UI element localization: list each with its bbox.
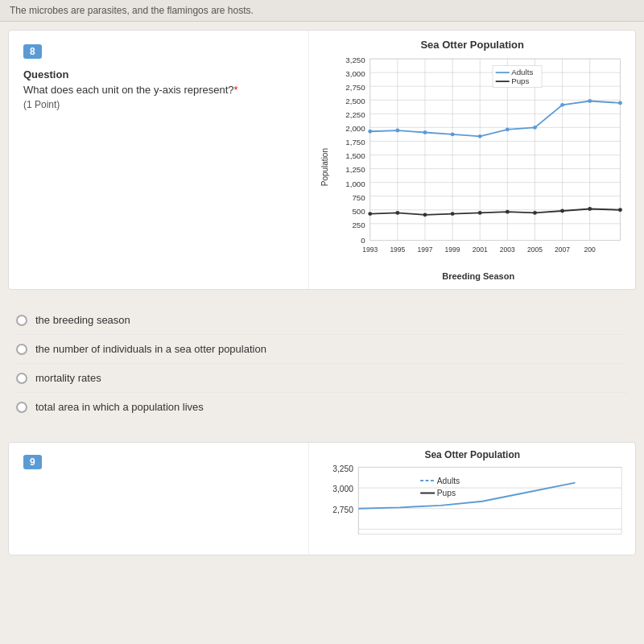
question-8-badge: 8 [23,44,42,59]
option-3-text: mortality rates [35,372,101,384]
svg-point-65 [561,209,565,213]
option-4-text: total area in which a population lives [35,401,204,413]
svg-text:2,750: 2,750 [346,83,366,92]
chart-8-area: Population [319,54,625,281]
question-8-block: 8 Question What does each unit on the y-… [8,30,636,290]
svg-point-56 [588,99,592,103]
svg-text:250: 250 [353,221,366,229]
svg-text:2005: 2005 [527,246,543,254]
svg-point-62 [478,211,482,215]
svg-text:1999: 1999 [445,246,460,254]
svg-text:1993: 1993 [363,246,378,254]
question-8-chart-area: Sea Otter Population Population [309,31,635,289]
svg-point-63 [506,210,510,214]
svg-point-66 [588,207,592,211]
svg-text:500: 500 [353,207,366,216]
option-2[interactable]: the number of individuals in a sea otter… [16,335,628,364]
svg-text:Adults: Adults [512,68,534,76]
option-1[interactable]: the breeding season [16,306,628,335]
svg-text:3,250: 3,250 [346,56,366,64]
svg-point-57 [618,101,622,105]
y-axis-label: Population [319,148,331,186]
svg-point-49 [396,129,400,133]
radio-4[interactable] [16,402,27,413]
svg-text:2001: 2001 [473,246,488,254]
svg-text:Adults: Adults [437,477,460,485]
svg-text:Pups: Pups [512,76,530,85]
top-notice: The microbes are parasites, and the flam… [0,0,644,22]
svg-point-51 [451,132,455,136]
answer-options: the breeding season the number of indivi… [0,298,644,434]
svg-text:3,000: 3,000 [346,69,366,78]
svg-point-50 [423,130,427,134]
question-8-text: What does each unit on the y-axis repres… [23,84,294,96]
chart-9-svg: 3,250 3,000 2,750 Adults Pups [317,462,627,545]
question-9-badge: 9 [23,455,42,469]
question-9-left: 9 [9,443,309,555]
svg-point-53 [506,127,510,131]
svg-point-48 [369,130,373,134]
chart-8-title: Sea Otter Population [319,39,625,51]
radio-3[interactable] [16,373,27,384]
svg-text:750: 750 [353,193,366,202]
question-8-points: (1 Point) [23,99,294,110]
x-axis-label: Breeding Season [331,271,625,281]
svg-text:0: 0 [361,236,366,245]
option-4[interactable]: total area in which a population lives [16,393,628,421]
svg-text:2003: 2003 [500,246,515,254]
svg-point-61 [451,212,455,216]
svg-text:2,500: 2,500 [346,97,366,105]
question-8-left: 8 Question What does each unit on the y-… [9,31,309,289]
svg-point-60 [423,213,427,217]
svg-text:1997: 1997 [418,246,433,254]
svg-point-67 [618,208,622,212]
svg-text:2,000: 2,000 [346,124,366,133]
svg-text:1,000: 1,000 [346,180,366,188]
svg-text:200: 200 [584,246,596,254]
question-9-block: 9 Sea Otter Population 3,250 3,000 2,750… [8,442,636,555]
option-1-text: the breeding season [35,314,130,326]
svg-text:3,250: 3,250 [333,464,354,473]
svg-rect-73 [359,467,622,534]
svg-text:1,500: 1,500 [346,151,366,160]
svg-point-52 [478,134,482,138]
svg-text:2,250: 2,250 [346,110,366,119]
svg-text:2,750: 2,750 [333,506,354,514]
chart-8-svg: 3,250 3,000 2,750 2,500 2,250 2,000 1,75… [331,54,625,270]
question-9-chart-area: Sea Otter Population 3,250 3,000 2,750 A… [309,443,635,555]
option-2-text: the number of individuals in a sea otter… [35,343,266,355]
svg-text:1995: 1995 [390,246,406,254]
radio-1[interactable] [16,315,27,326]
question-8-label: Question [23,68,294,80]
svg-text:1,250: 1,250 [346,165,366,174]
svg-point-58 [369,212,373,216]
svg-text:3,000: 3,000 [333,485,354,493]
svg-text:1,750: 1,750 [346,138,366,147]
svg-point-55 [561,103,565,107]
svg-text:2007: 2007 [555,246,571,254]
chart-8-inner: 3,250 3,000 2,750 2,500 2,250 2,000 1,75… [331,54,625,281]
svg-point-64 [533,211,537,215]
svg-text:Pups: Pups [437,489,456,497]
svg-point-54 [533,126,537,130]
svg-point-59 [396,211,400,215]
option-3[interactable]: mortality rates [16,364,628,393]
radio-2[interactable] [16,344,27,355]
chart-9-title: Sea Otter Population [317,449,627,460]
